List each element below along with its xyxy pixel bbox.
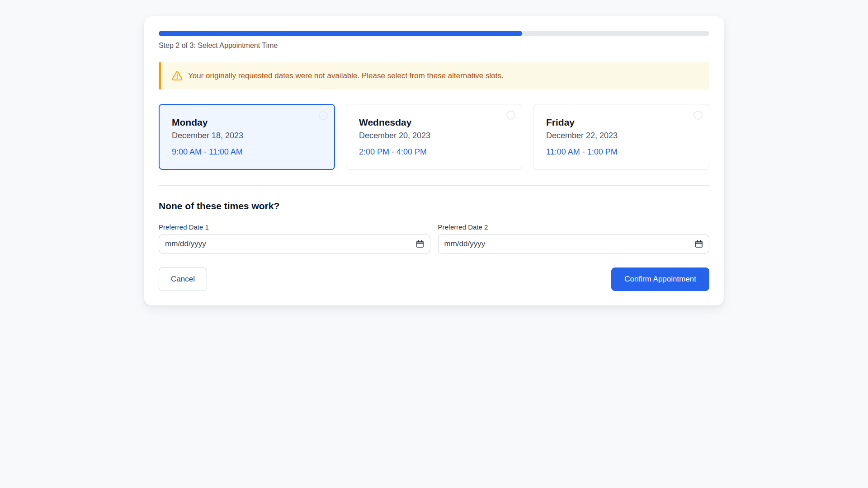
slot-day-label: Friday [546, 117, 696, 128]
slot-date-label: December 22, 2023 [546, 131, 696, 141]
slot-date-label: December 18, 2023 [172, 131, 322, 141]
step-indicator-label: Step 2 of 3: Select Appointment Time [159, 42, 709, 50]
slot-time-label: 2:00 PM - 4:00 PM [359, 147, 509, 157]
actions-row: Cancel Confirm Appointment [159, 267, 709, 291]
slot-card-monday[interactable]: Monday December 18, 2023 9:00 AM - 11:00… [159, 104, 335, 170]
radio-circle-icon[interactable] [693, 111, 703, 120]
confirm-appointment-button[interactable]: Confirm Appointment [611, 267, 709, 291]
preferred-date-1-label: Preferred Date 1 [159, 223, 430, 231]
preferred-date-2-input[interactable] [438, 235, 710, 253]
slot-date-label: December 20, 2023 [359, 131, 509, 141]
cancel-button[interactable]: Cancel [159, 267, 207, 291]
slot-day-label: Wednesday [359, 117, 509, 128]
slot-time-label: 9:00 AM - 11:00 AM [172, 147, 322, 157]
slot-card-friday[interactable]: Friday December 22, 2023 11:00 AM - 1:00… [533, 104, 709, 170]
warning-message: Your originally requested dates were not… [188, 71, 504, 80]
slot-options-grid: Monday December 18, 2023 9:00 AM - 11:00… [159, 104, 709, 170]
appointment-wizard-card: Step 2 of 3: Select Appointment Time You… [144, 16, 724, 305]
preferred-date-2-label: Preferred Date 2 [438, 223, 710, 231]
preferred-date-2-group: Preferred Date 2 [438, 223, 710, 253]
preferred-date-1-wrap [159, 235, 430, 253]
progress-bar-track [159, 31, 709, 36]
slot-card-wednesday[interactable]: Wednesday December 20, 2023 2:00 PM - 4:… [346, 104, 522, 170]
preferred-dates-form: Preferred Date 1 Preferred Date 2 [159, 223, 709, 253]
section-divider [159, 185, 709, 186]
preferred-date-1-group: Preferred Date 1 [159, 223, 430, 253]
slot-time-label: 11:00 AM - 1:00 PM [546, 147, 696, 157]
preferred-date-2-wrap [438, 235, 710, 253]
slot-day-label: Monday [172, 117, 322, 128]
progress-bar-fill [159, 31, 522, 36]
alternative-slots-warning-banner: Your originally requested dates were not… [159, 62, 709, 89]
radio-circle-icon[interactable] [506, 111, 515, 120]
preferred-date-1-input[interactable] [159, 235, 430, 253]
warning-triangle-icon [172, 70, 183, 81]
radio-circle-icon[interactable] [319, 111, 328, 120]
fallback-section-heading: None of these times work? [159, 201, 709, 211]
